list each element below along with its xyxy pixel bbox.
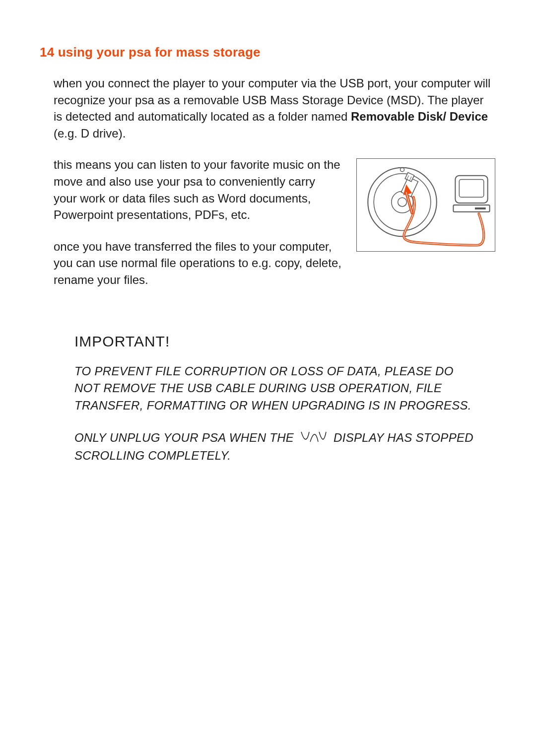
- important-p2-before: ONLY UNPLUG YOUR PSA WHEN THE: [74, 431, 297, 444]
- column-figure: [356, 158, 495, 252]
- manual-page: 14 using your psa for mass storage when …: [0, 0, 536, 756]
- paragraph-3: once you have transferred the files to y…: [54, 238, 341, 288]
- body-text: when you connect the player to your comp…: [54, 75, 495, 303]
- usb-to-computer-illustration: [356, 158, 495, 252]
- paragraph-1: when you connect the player to your comp…: [54, 75, 495, 141]
- svg-rect-6: [459, 180, 483, 198]
- usb-illustration-svg: [357, 159, 495, 251]
- svg-point-1: [374, 174, 431, 231]
- wave-icon: [300, 430, 327, 448]
- two-column-row: this means you can listen to your favori…: [54, 156, 495, 303]
- svg-rect-8: [475, 207, 486, 209]
- svg-point-3: [398, 198, 407, 207]
- monitor-icon: [453, 176, 489, 212]
- column-text: this means you can listen to your favori…: [54, 156, 341, 303]
- p1-bold: Removable Disk/ Device: [351, 110, 488, 123]
- section-title: using your psa for mass storage: [58, 45, 261, 60]
- disc-icon: [368, 168, 437, 237]
- section-number: 14: [40, 45, 54, 60]
- paragraph-2: this means you can listen to your favori…: [54, 156, 341, 223]
- important-block: IMPORTANT! TO PREVENT FILE CORRUPTION OR…: [74, 333, 481, 465]
- section-heading: 14 using your psa for mass storage: [40, 45, 496, 60]
- important-title: IMPORTANT!: [74, 333, 481, 350]
- important-paragraph-1: TO PREVENT FILE CORRUPTION OR LOSS OF DA…: [74, 363, 481, 414]
- svg-point-4: [401, 168, 404, 172]
- p1-after: (e.g. D drive).: [54, 127, 126, 140]
- usb-cable-icon: [404, 198, 484, 246]
- svg-point-0: [368, 168, 437, 237]
- important-paragraph-2: ONLY UNPLUG YOUR PSA WHEN THE DISPLAY HA…: [74, 429, 481, 465]
